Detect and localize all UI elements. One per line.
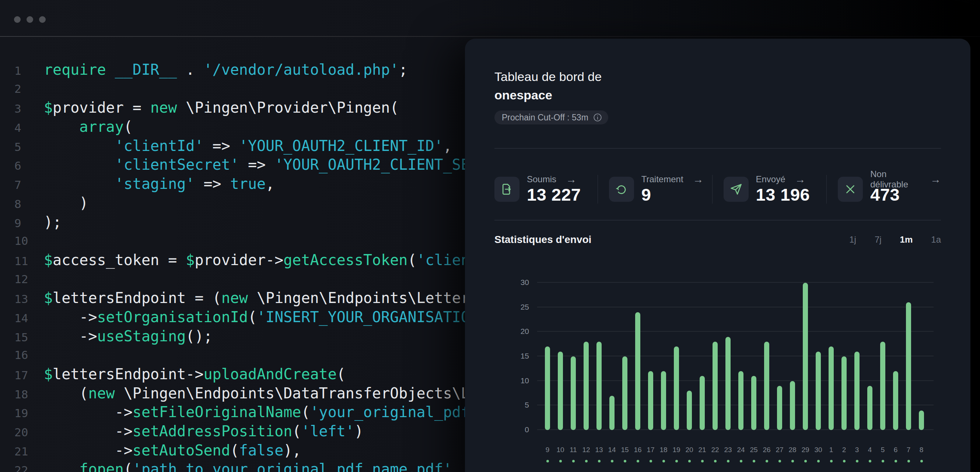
time-range-selector: 1j 7j 1m 1a — [849, 234, 941, 245]
bar-chart: 0510152025309101112131415161718192021222… — [537, 282, 934, 430]
chart-bar[interactable] — [854, 352, 859, 430]
workspace-name: onespace — [495, 88, 552, 102]
chart-bar[interactable] — [558, 352, 563, 430]
x-axis-dot — [894, 460, 897, 462]
chart-bar[interactable] — [880, 342, 885, 430]
x-axis-tick: 8 — [915, 446, 928, 454]
y-axis-tick: 25 — [500, 303, 529, 312]
range-7j[interactable]: 7j — [875, 234, 881, 245]
cutoff-badge-label: Prochain Cut-Off : 53m — [502, 112, 589, 123]
line-number: 6 — [0, 157, 44, 176]
line-number: 13 — [0, 290, 44, 309]
x-axis-tick: 25 — [747, 446, 760, 454]
page-title: Tableau de bord de onespace — [495, 67, 601, 104]
chart-bar[interactable] — [777, 386, 782, 430]
gridline — [537, 282, 934, 283]
x-axis-dot — [778, 460, 781, 462]
chart-bar[interactable] — [803, 283, 808, 430]
stat-iconbox — [724, 177, 749, 202]
dashboard-panel: Tableau de bord de onespace Prochain Cut… — [465, 39, 970, 472]
titlebar-divider — [0, 36, 980, 37]
chart-bar[interactable] — [725, 337, 730, 430]
chart-bar[interactable] — [713, 342, 718, 430]
chart-bar[interactable] — [751, 376, 756, 430]
x-axis-tick: 6 — [889, 446, 902, 454]
stat-non-delivrable[interactable]: Non délivrable → 473 — [827, 174, 941, 204]
x-axis-dot — [765, 460, 768, 462]
chart-bar[interactable] — [842, 356, 846, 430]
line-number: 18 — [0, 385, 44, 404]
chart-bar[interactable] — [867, 386, 872, 430]
chart-bar[interactable] — [919, 410, 924, 430]
chart-bar[interactable] — [674, 347, 679, 430]
x-axis-tick: 17 — [644, 446, 657, 454]
line-number: 22 — [0, 461, 44, 472]
code-text: ->setAddressPosition('left') — [44, 422, 363, 441]
line-number: 10 — [0, 231, 44, 251]
stat-traitement[interactable]: Traitement → 9 — [598, 174, 712, 204]
arrow-right-icon[interactable]: → — [693, 174, 704, 184]
chart-bar[interactable] — [906, 302, 911, 430]
x-axis-dot — [830, 460, 833, 462]
code-text: $provider = new \Pingen\Provider\Pingen( — [44, 98, 399, 117]
range-1m[interactable]: 1m — [900, 234, 913, 245]
x-axis-dot — [636, 460, 639, 462]
chart-header-row: Statistiques d'envoi 1j 7j 1m 1a — [495, 233, 941, 247]
line-number: 19 — [0, 404, 44, 423]
arrow-right-icon[interactable]: → — [566, 174, 577, 184]
chart-bar[interactable] — [687, 391, 692, 430]
x-axis-dot — [804, 460, 807, 462]
y-axis-tick: 0 — [500, 425, 529, 434]
x-axis-tick: 10 — [554, 446, 567, 454]
chart-bar[interactable] — [764, 342, 769, 430]
chart-bar[interactable] — [609, 396, 614, 430]
window-control-dot[interactable] — [14, 16, 21, 23]
chart-bar[interactable] — [661, 371, 666, 430]
code-text: ); — [44, 213, 62, 232]
chart-bar[interactable] — [893, 371, 898, 430]
line-number: 1 — [0, 62, 44, 81]
chart-bar[interactable] — [597, 342, 601, 430]
code-text: ) — [44, 194, 88, 213]
chart-bar[interactable] — [790, 381, 795, 430]
x-axis-dot — [817, 460, 820, 462]
x-axis-dot — [843, 460, 846, 462]
chart-bar[interactable] — [700, 376, 705, 430]
x-axis-tick: 12 — [579, 446, 593, 454]
window-control-dot[interactable] — [27, 16, 33, 23]
y-axis-tick: 15 — [500, 352, 529, 360]
x-axis-dot — [714, 460, 717, 462]
x-axis-dot — [546, 460, 549, 462]
chart-bar[interactable] — [635, 312, 640, 430]
x-axis-dot — [611, 460, 613, 462]
x-axis-dot — [920, 460, 923, 462]
chart-bar[interactable] — [584, 342, 589, 430]
y-axis-tick: 20 — [500, 327, 529, 336]
x-axis-dot — [624, 460, 626, 462]
chart-bar[interactable] — [571, 356, 576, 430]
x-axis-tick: 27 — [773, 446, 786, 454]
code-text: array( — [44, 117, 133, 136]
chart-bar[interactable] — [738, 371, 743, 430]
range-1j[interactable]: 1j — [849, 234, 856, 245]
x-axis-dot — [856, 460, 858, 462]
chart-bar[interactable] — [829, 347, 834, 430]
chart-bar[interactable] — [622, 356, 627, 430]
x-axis-tick: 28 — [786, 446, 799, 454]
code-text: 'clientSecret' => 'YOUR_OAUTH2_CLIENT_SE… — [44, 155, 523, 174]
stat-soumis[interactable]: Soumis → 13 227 — [495, 174, 598, 204]
chart-bar[interactable] — [816, 352, 821, 430]
chart-bar[interactable] — [648, 371, 653, 430]
arrow-right-icon[interactable]: → — [930, 174, 941, 184]
stat-envoye[interactable]: Envoyé → 13 196 — [713, 174, 827, 204]
x-axis-tick: 14 — [605, 446, 619, 454]
chart-bar[interactable] — [545, 347, 550, 430]
range-1a[interactable]: 1a — [931, 234, 941, 245]
arrow-right-icon[interactable]: → — [795, 174, 806, 184]
window-control-dot[interactable] — [39, 16, 46, 23]
cross-icon — [843, 182, 858, 196]
cutoff-badge[interactable]: Prochain Cut-Off : 53m — [495, 111, 608, 124]
x-axis-dot — [727, 460, 729, 462]
info-icon[interactable] — [593, 112, 602, 122]
x-axis-tick: 23 — [721, 446, 735, 454]
